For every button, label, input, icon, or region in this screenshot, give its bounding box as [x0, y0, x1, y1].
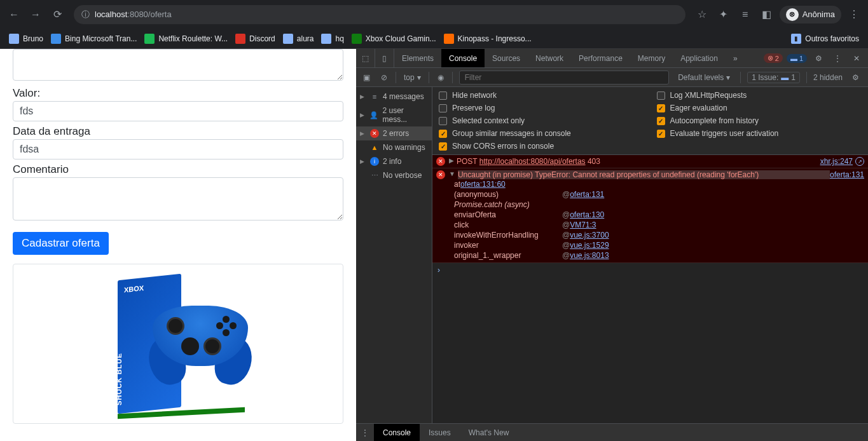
reload-button[interactable]: ⟳	[48, 6, 66, 24]
bookmark-item[interactable]: Discord	[231, 31, 279, 46]
bookmark-item[interactable]: Netflix Roulette: W...	[141, 31, 231, 46]
cadastrar-oferta-button[interactable]: Cadastrar oferta	[13, 232, 109, 255]
toggle-sidebar-icon[interactable]: ▣	[359, 70, 374, 85]
other-bookmarks-folder[interactable]: ▮ Outros favoritos	[787, 31, 863, 46]
bookmark-item[interactable]: Xbox Cloud Gamin...	[348, 31, 440, 46]
comentario-textarea[interactable]	[13, 177, 343, 221]
error-icon: ✕	[436, 157, 445, 166]
stack-link[interactable]: oferta:130	[570, 210, 604, 219]
valor-input[interactable]	[13, 101, 343, 121]
source-map-icon[interactable]: ↗	[855, 157, 864, 166]
clear-console-icon[interactable]: ⊘	[376, 70, 392, 85]
console-setting-checkbox[interactable]: ✓Eager evaluation	[657, 104, 862, 112]
devtools-tab-application[interactable]: Application	[673, 49, 726, 67]
bookmark-item[interactable]: Bruno	[5, 31, 47, 46]
stack-link[interactable]: oferta:131	[570, 190, 604, 199]
issues-inline-badge[interactable]: 1 Issue: ▬ 1	[747, 72, 800, 83]
inspect-icon[interactable]: ⬚	[356, 49, 375, 67]
console-setting-checkbox[interactable]: ✓Evaluate triggers user activation	[657, 129, 862, 138]
collapse-arrow-icon[interactable]: ▼	[449, 170, 455, 179]
more-tabs-icon[interactable]: »	[726, 49, 745, 67]
device-toggle-icon[interactable]: ▯	[375, 49, 394, 67]
favicon-icon	[9, 34, 19, 44]
source-link[interactable]: oferta:131	[830, 170, 864, 179]
error-count-badge[interactable]: ⊗ 2	[764, 53, 783, 63]
stack-link[interactable]: VM71:3	[570, 221, 596, 229]
forward-button[interactable]: →	[27, 6, 45, 24]
close-devtools-icon[interactable]: ✕	[849, 51, 864, 66]
sidebar-filter-item[interactable]: ▲No warnings	[356, 140, 432, 154]
drawer-menu-icon[interactable]: ⋮	[356, 428, 374, 437]
expand-arrow-icon[interactable]: ▶	[449, 157, 454, 166]
console-setting-checkbox[interactable]: Selected context only	[439, 116, 644, 125]
stack-link[interactable]: vue.js:1529	[570, 241, 609, 250]
log-entry-network-error[interactable]: ✕ ▶ POST http://localhost:8080/api/ofert…	[432, 155, 868, 168]
stack-link[interactable]: vue.js:8013	[570, 251, 609, 260]
checkbox-icon: ✓	[657, 104, 665, 112]
side-panel-icon[interactable]: ◧	[758, 6, 776, 24]
stack-link[interactable]: vue.js:3700	[570, 231, 609, 240]
bookmark-item[interactable]: Kinopass - Ingresso...	[440, 31, 535, 46]
console-setting-checkbox[interactable]: Preserve log	[439, 104, 644, 112]
devtools-tab-memory[interactable]: Memory	[630, 49, 673, 67]
bookmark-item[interactable]: alura	[279, 31, 318, 46]
checkbox-icon	[657, 92, 665, 100]
checkbox-icon: ✓	[439, 142, 447, 151]
bookmark-item[interactable]: Bing Microsoft Tran...	[47, 31, 141, 46]
extensions-icon[interactable]: ✦	[715, 6, 733, 24]
bookmark-item[interactable]: hq	[317, 31, 347, 46]
context-selector[interactable]: top ▾	[400, 72, 425, 83]
issue-count-badge[interactable]: ▬ 1	[787, 54, 807, 63]
top-textarea[interactable]	[13, 49, 343, 81]
request-url-link[interactable]: http://localhost:8080/api/ofertas	[479, 157, 586, 166]
console-output: ✕ ▶ POST http://localhost:8080/api/ofert…	[432, 155, 868, 423]
checkbox-icon: ✓	[657, 130, 665, 138]
checkbox-icon: ✓	[657, 117, 665, 125]
sidebar-filter-item[interactable]: ▶≡4 messages	[356, 90, 432, 104]
expand-icon: ▶	[360, 130, 366, 137]
valor-label: Valor:	[13, 87, 343, 100]
source-link[interactable]: xhr.js:247	[820, 157, 853, 166]
verb-icon: ⋯	[370, 171, 379, 180]
stack-frame: click@ VM71:3	[436, 220, 864, 230]
url-host: localhost	[95, 10, 127, 19]
checkbox-icon	[439, 117, 447, 125]
drawer-tab-issues[interactable]: Issues	[420, 424, 460, 441]
stack-link[interactable]: oferta:131:60	[460, 180, 506, 189]
checkbox-icon	[439, 104, 447, 112]
address-bar[interactable]: ⓘ localhost:8080/oferta	[74, 5, 685, 24]
log-entry-exception[interactable]: ✕ ▼ Uncaught (in promise) TypeError: Can…	[432, 168, 868, 263]
console-setting-checkbox[interactable]: ✓Group similar messages in console	[439, 129, 644, 138]
back-button[interactable]: ←	[5, 6, 23, 24]
console-setting-checkbox[interactable]: Hide network	[439, 91, 644, 100]
profile-chip[interactable]: ⊗ Anônima	[780, 6, 841, 24]
devtools-tab-sources[interactable]: Sources	[485, 49, 528, 67]
console-settings-icon[interactable]: ⚙	[848, 70, 863, 85]
console-setting-checkbox[interactable]: ✓Show CORS errors in console	[439, 142, 644, 151]
devtools-tab-elements[interactable]: Elements	[394, 49, 441, 67]
site-info-icon[interactable]: ⓘ	[81, 9, 90, 20]
browser-menu-icon[interactable]: ⋮	[845, 6, 863, 24]
sidebar-filter-item[interactable]: ▶✕2 errors	[356, 126, 432, 140]
live-expression-icon[interactable]: ◉	[433, 70, 448, 85]
console-prompt[interactable]: ›	[432, 263, 868, 277]
drawer-tab-what-s-new[interactable]: What's New	[460, 424, 518, 441]
console-setting-checkbox[interactable]: Log XMLHttpRequests	[657, 91, 862, 100]
console-filter-input[interactable]	[459, 71, 670, 85]
data-entrega-input[interactable]	[13, 139, 343, 159]
hidden-count[interactable]: 2 hidden	[813, 73, 843, 82]
sidebar-filter-item[interactable]: ⋯No verbose	[356, 168, 432, 182]
devtools-tab-performance[interactable]: Performance	[571, 49, 630, 67]
devtools-menu-icon[interactable]: ⋮	[830, 51, 845, 66]
drawer-tab-console[interactable]: Console	[374, 424, 420, 441]
devtools-tab-console[interactable]: Console	[441, 49, 485, 67]
checkbox-icon	[439, 92, 447, 100]
sidebar-filter-item[interactable]: ▶i2 info	[356, 154, 432, 168]
log-levels-selector[interactable]: Default levels ▾	[674, 72, 734, 83]
console-setting-checkbox[interactable]: ✓Autocomplete from history	[657, 116, 862, 125]
bookmark-star-icon[interactable]: ☆	[693, 6, 711, 24]
reading-list-icon[interactable]: ≡	[736, 6, 754, 24]
devtools-tab-network[interactable]: Network	[528, 49, 571, 67]
sidebar-filter-item[interactable]: ▶👤2 user mess...	[356, 104, 432, 126]
settings-icon[interactable]: ⚙	[811, 51, 826, 66]
